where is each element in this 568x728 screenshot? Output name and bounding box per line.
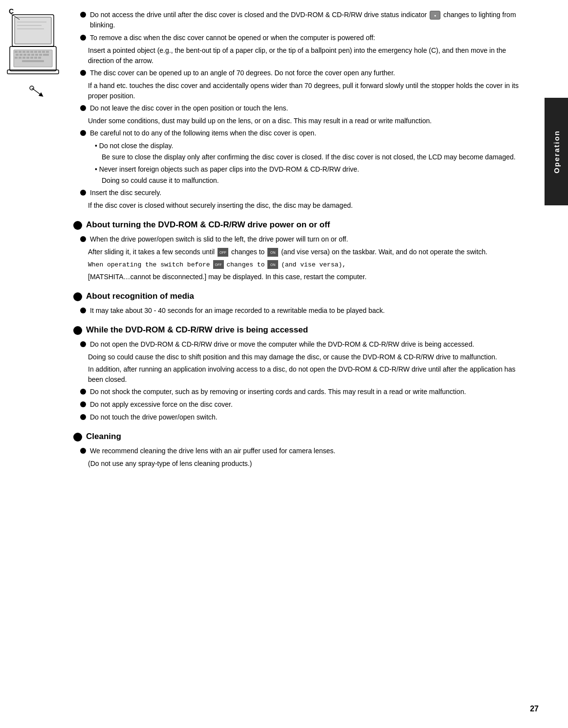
svg-rect-18 [16,54,19,56]
bullet-dot-5 [80,130,86,136]
large-bullet-accessed [73,326,82,335]
operation-side-tab: Operation [545,98,568,205]
recognition-bullet-1: It may take about 30 - 40 seconds for an… [73,306,524,316]
section-header-turning: About turning the DVD-ROM & CD-R/RW driv… [73,220,524,230]
svg-rect-20 [23,54,26,56]
bullet-text-1: Do not access the drive until after the … [90,10,524,30]
bullet-dot-1 [80,12,86,18]
svg-rect-25 [43,54,49,56]
svg-line-36 [32,88,42,95]
section-recognition: About recognition of media It may take a… [73,291,524,316]
sub-item-5-2: • Never insert foreign objects such as p… [73,164,524,175]
turning-indent-2: When operating the switch before OFF cha… [73,259,524,270]
cleaning-indent-1: (Do not use any spray-type of lens clean… [73,459,524,469]
svg-rect-24 [39,54,42,56]
recognition-bullet-dot-1 [80,308,86,313]
accessed-bullet-text-2: Do not shock the computer, such as by re… [90,387,524,397]
section-header-recognition: About recognition of media [73,291,524,302]
bullet-text-5: Be careful not to do any of the followin… [90,128,524,138]
accessed-indent-2: In addition, after running an applicatio… [73,364,524,385]
svg-rect-23 [35,54,38,56]
bullet-text-6-indent: If the disc cover is closed without secu… [73,200,524,211]
bullet-item-2: To remove a disc when the disc cover can… [73,33,524,43]
status-icon-off: ● [430,11,440,20]
bullet-text-2: To remove a disc when the disc cover can… [90,33,524,43]
bullet-text-4: Do not leave the disc cover in the open … [90,103,524,113]
bullet-text-3-indent: If a hand etc. touches the disc cover an… [73,81,524,101]
section-title-accessed: While the DVD-ROM & CD-R/RW drive is bei… [86,325,308,335]
svg-rect-32 [38,57,41,59]
section-title-cleaning: Cleaning [86,431,121,442]
bullet-dot-3 [80,70,86,76]
bullet-item-6: Insert the disc securely. [73,188,524,198]
cleaning-bullet-text-1: We recommend cleaning the drive lens wit… [90,446,524,456]
accessed-bullet-dot-2 [80,389,86,395]
cleaning-bullet-dot-1 [80,448,86,454]
svg-rect-29 [26,57,29,59]
accessed-indent-1: Doing so could cause the disc to shift p… [73,352,524,362]
svg-rect-26 [15,57,18,59]
section-header-cleaning: Cleaning [73,431,524,442]
section-turning-power: About turning the DVD-ROM & CD-R/RW driv… [73,220,524,282]
large-bullet-recognition [73,292,82,301]
bullet-item-3: The disc cover can be opened up to an an… [73,68,524,78]
svg-rect-33 [22,60,44,62]
svg-rect-30 [30,57,33,59]
svg-rect-22 [31,54,34,56]
accessed-bullet-2: Do not shock the computer, such as by re… [73,387,524,397]
icon-on-1: ON [267,248,278,257]
accessed-bullet-4: Do not touch the drive power/open switch… [73,412,524,422]
turning-indent-3: [MATSHITA…cannot be disconnected.] may b… [73,272,524,282]
bullet-dot-2 [80,35,86,41]
section-cleaning: Cleaning We recommend cleaning the drive… [73,431,524,469]
bullet-text-4-indent: Under some conditions, dust may build up… [73,116,524,126]
svg-rect-27 [19,57,22,59]
bullet-dot-6 [80,190,86,196]
svg-rect-9 [15,51,18,53]
bullet-text-2-indent: Insert a pointed object (e.g., the bent-… [73,45,524,66]
svg-rect-31 [34,57,37,59]
section-being-accessed: While the DVD-ROM & CD-R/RW drive is bei… [73,325,524,422]
accessed-bullet-1: Do not open the DVD-ROM & CD-R/RW drive … [73,339,524,350]
large-bullet-turning [73,221,82,230]
svg-rect-17 [46,51,49,53]
bullet-dot-4 [80,105,86,111]
sub-item-5-2-indent: Doing so could cause it to malfunction. [73,176,524,186]
bullet-text-3: The disc cover can be opened up to an an… [90,68,524,78]
section-header-accessed: While the DVD-ROM & CD-R/RW drive is bei… [73,325,524,335]
bullet-item-4: Do not leave the disc cover in the open … [73,103,524,113]
svg-rect-34 [7,70,59,74]
turning-bullet-1: When the drive power/open switch is slid… [73,234,524,244]
recognition-bullet-text-1: It may take about 30 - 40 seconds for an… [90,306,524,316]
icon-off-2: OFF [213,260,224,269]
turning-bullet-text-1: When the drive power/open switch is slid… [90,234,524,244]
turning-indent-1: After sliding it, it takes a few seconds… [73,247,524,257]
svg-rect-14 [34,51,37,53]
svg-rect-28 [22,57,25,59]
accessed-bullet-dot-1 [80,341,86,347]
section-title-recognition: About recognition of media [86,291,194,302]
svg-rect-15 [38,51,41,53]
accessed-bullet-text-1: Do not open the DVD-ROM & CD-R/RW drive … [90,339,524,350]
accessed-bullet-dot-3 [80,401,86,407]
svg-rect-12 [26,51,29,53]
svg-rect-13 [30,51,33,53]
icon-off-1: OFF [218,248,228,257]
page-container: C [0,0,568,728]
bullet-text-6: Insert the disc securely. [90,188,524,198]
svg-rect-10 [19,51,22,53]
sub-item-5-1: • Do not close the display. [73,141,524,151]
cleaning-bullet-1: We recommend cleaning the drive lens wit… [73,446,524,456]
svg-rect-11 [22,51,25,53]
bullet-item-5: Be careful not to do any of the followin… [73,128,524,138]
section-title-turning: About turning the DVD-ROM & CD-R/RW driv… [86,220,330,230]
accessed-bullet-3: Do not apply excessive force on the disc… [73,399,524,410]
svg-rect-2 [15,17,51,44]
intro-section: Do not access the drive until after the … [73,10,524,211]
accessed-bullet-dot-4 [80,414,86,420]
svg-rect-21 [27,54,30,56]
large-bullet-cleaning [73,433,82,441]
bullet-item-1: Do not access the drive until after the … [73,10,524,30]
turning-bullet-dot-1 [80,236,86,242]
page-number: 27 [530,705,539,713]
